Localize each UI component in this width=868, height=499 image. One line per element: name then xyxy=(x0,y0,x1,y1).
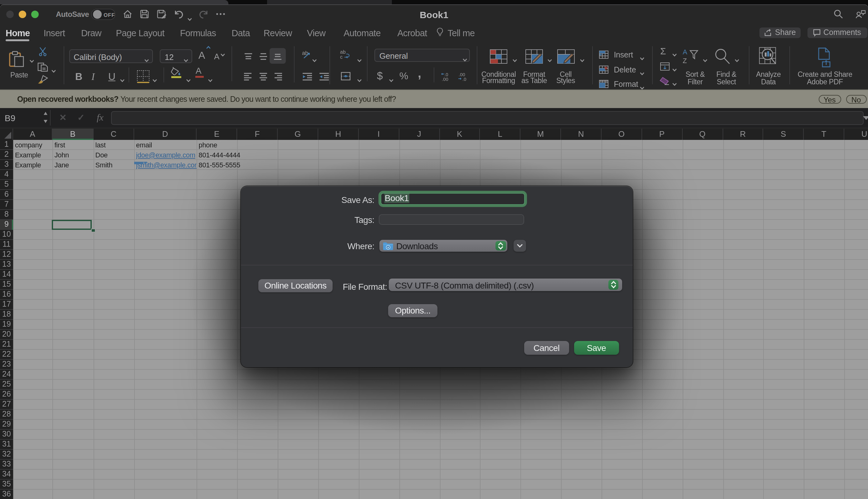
svg-text:A: A xyxy=(196,66,202,75)
svg-text:A: A xyxy=(683,48,687,56)
svg-text:.00: .00 xyxy=(442,76,448,81)
svg-text:Z: Z xyxy=(683,57,687,64)
svg-text:ab: ab xyxy=(340,49,345,54)
svg-text:.0: .0 xyxy=(462,76,466,81)
svg-text:c: c xyxy=(340,54,342,60)
